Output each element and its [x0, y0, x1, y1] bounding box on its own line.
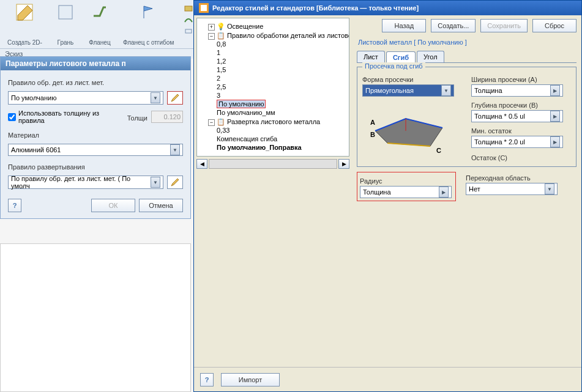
- tree-scrollbar[interactable]: ◀ ▶: [196, 159, 349, 169]
- thickness-field: [151, 111, 183, 123]
- empty-area: [0, 243, 191, 392]
- rule-label: Правило обр. дет. из лист. мет.: [8, 79, 183, 86]
- chevron-right-icon: ▶: [439, 187, 449, 198]
- flanging-icon: [184, 26, 193, 35]
- scroll-right-icon[interactable]: ▶: [338, 159, 349, 169]
- tab-angle[interactable]: Угол: [417, 51, 444, 62]
- chevron-down-icon: ▼: [170, 144, 180, 155]
- unfold-label: Правило развертывания: [8, 163, 183, 171]
- svg-rect-1: [59, 6, 72, 19]
- depth-select[interactable]: Толщина * 0.5 ul▶: [471, 110, 563, 122]
- relief-group: Просечка под сгиб Форма просечки Прямоуг…: [357, 67, 576, 167]
- ribbon-flange[interactable]: Фланец: [86, 1, 113, 47]
- tree-val[interactable]: 3: [217, 91, 346, 100]
- tree-default[interactable]: По умолчанию: [217, 100, 346, 108]
- chevron-down-icon: ▼: [151, 92, 160, 103]
- contour-icon: [184, 15, 193, 24]
- tabs: Лист Сгиб Угол: [357, 51, 576, 63]
- panel-title: Параметры листового металла п: [1, 57, 190, 70]
- tree-val[interactable]: 2: [217, 74, 346, 83]
- shape-select[interactable]: Прямоугольная▼: [362, 84, 454, 97]
- tree-val[interactable]: 1,5: [217, 65, 346, 74]
- style-tree[interactable]: +💡 Освещение −📋 Правило обработки детале…: [196, 18, 349, 157]
- use-thickness-checkbox[interactable]: Использовать толщину из правила: [8, 109, 124, 124]
- tree-val[interactable]: 1: [217, 48, 346, 57]
- chevron-right-icon: ▶: [550, 111, 560, 122]
- app-icon: [199, 3, 209, 13]
- tree-val[interactable]: 0,33: [217, 126, 346, 135]
- scroll-left-icon[interactable]: ◀: [196, 159, 207, 169]
- tree-comp[interactable]: Компенсация сгиба: [217, 135, 346, 143]
- tree-val[interactable]: 2,5: [217, 83, 346, 91]
- svg-rect-3: [185, 29, 192, 33]
- unfold-select[interactable]: По правилу обр. дет. из лист. мет. ( По …: [8, 176, 163, 189]
- material-select[interactable]: Алюминий 6061▼: [8, 144, 183, 156]
- radius-highlight: РадиусТолщина▶: [357, 172, 456, 201]
- tree-fix[interactable]: По умолчанию_Поправка: [217, 143, 346, 152]
- cancel-button[interactable]: Отмена: [139, 199, 183, 212]
- sheet-metal-params-panel: Параметры листового металла п Правило об…: [0, 56, 191, 219]
- tree-rule[interactable]: −📋 Правило обработки деталей из листово …: [208, 31, 346, 117]
- rule-select[interactable]: По умолчанию▼: [8, 91, 163, 105]
- width-select[interactable]: Толщина▶: [471, 84, 563, 97]
- radius-select[interactable]: Толщина▶: [360, 186, 452, 198]
- create-button[interactable]: Создать...: [431, 19, 476, 32]
- ribbon-create2d[interactable]: Создать 2D-: [5, 1, 45, 47]
- style-editor-dialog: Редактор стилей и стандартов [Библиотека…: [193, 0, 582, 392]
- dialog-titlebar: Редактор стилей и стандартов [Библиотека…: [194, 1, 581, 15]
- tab-sheet[interactable]: Лист: [357, 51, 385, 62]
- tree-val[interactable]: 0,8: [217, 40, 346, 48]
- pencil-icon: [170, 93, 180, 103]
- svg-text:C: C: [436, 147, 441, 154]
- dialog-footer: ? Импорт: [194, 367, 581, 391]
- tree-val[interactable]: 1,2: [217, 57, 346, 65]
- loft-icon: [184, 4, 193, 13]
- back-button[interactable]: Назад: [382, 19, 426, 32]
- collapse-icon[interactable]: −: [208, 33, 215, 40]
- breadcrumb: Листовой металл [ По умолчанию ]: [358, 39, 576, 46]
- reset-button[interactable]: Сброс: [532, 19, 576, 32]
- chevron-down-icon: ▼: [545, 183, 554, 194]
- tree-lighting[interactable]: +💡 Освещение: [208, 22, 346, 31]
- ribbon-face[interactable]: Грань: [52, 1, 79, 47]
- pencil-icon: [170, 177, 180, 187]
- expand-icon[interactable]: +: [208, 24, 215, 31]
- tree-unfold[interactable]: −📋 Развертка листового металла 0,33 Комп…: [208, 117, 346, 152]
- material-label: Материал: [8, 131, 183, 139]
- svg-text:B: B: [370, 131, 375, 138]
- chevron-down-icon: ▼: [151, 177, 160, 188]
- help-button[interactable]: ?: [200, 373, 214, 386]
- chevron-right-icon: ▶: [550, 136, 560, 147]
- edit-rule-button[interactable]: [167, 91, 183, 105]
- import-button[interactable]: Импорт: [221, 373, 280, 386]
- chevron-right-icon: ▶: [550, 85, 560, 96]
- save-button: Сохранить: [480, 19, 528, 32]
- sketch-icon: [15, 2, 34, 22]
- collapse-icon[interactable]: −: [208, 119, 215, 126]
- transition-select[interactable]: Нет▼: [466, 183, 558, 195]
- relief-diagram: ABC: [362, 100, 455, 157]
- ok-button: ОК: [91, 199, 135, 212]
- chevron-down-icon: ▼: [441, 85, 451, 96]
- flange-icon: [90, 2, 110, 22]
- face-icon: [56, 2, 75, 22]
- edit-unfold-button[interactable]: [167, 176, 183, 189]
- tree-default-mm[interactable]: По умолчанию_мм: [217, 108, 346, 117]
- svg-rect-5: [201, 5, 207, 11]
- min-select[interactable]: Толщина * 2.0 ul▶: [471, 136, 563, 148]
- svg-rect-2: [185, 6, 192, 11]
- help-button[interactable]: ?: [8, 199, 21, 212]
- tab-bend[interactable]: Сгиб: [386, 51, 416, 63]
- svg-text:A: A: [370, 119, 375, 126]
- ribbon-flange-hem[interactable]: Фланец с отгибом: [121, 1, 176, 47]
- flag-icon: [139, 2, 159, 22]
